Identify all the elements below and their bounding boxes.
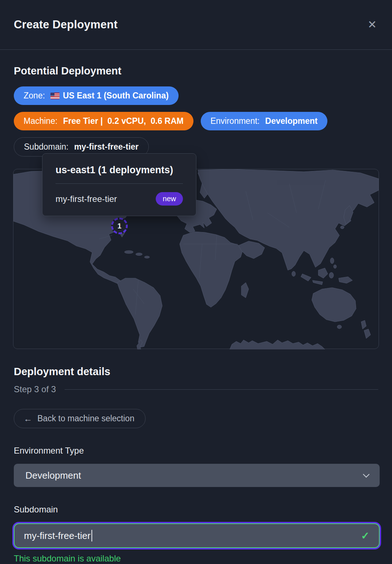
environment-pill-value: Development [265, 116, 318, 126]
step-indicator: Step 3 of 3 [14, 384, 378, 394]
environment-type-label: Environment Type [14, 446, 378, 456]
world-map: 1 us-east1 (1 deployments) my-first-free… [13, 169, 379, 349]
subdomain-input[interactable]: my-first-free-tier ✓ [14, 523, 380, 548]
potential-deployment-heading: Potential Deployment [14, 65, 378, 77]
close-button[interactable]: ✕ [366, 18, 378, 32]
machine-pill-value: Free Tier | 0.2 vCPU, 0.6 RAM [63, 116, 184, 126]
text-cursor [91, 530, 92, 541]
back-arrow-icon: ← [24, 414, 32, 423]
tooltip-divider [56, 183, 183, 184]
machine-pill-label: Machine: [24, 116, 60, 126]
zone-pill: Zone: US East 1 (South Carolina) [14, 86, 179, 105]
back-to-machine-selection-button[interactable]: ← Back to machine selection [14, 409, 146, 428]
environment-type-select[interactable]: Development [14, 464, 380, 487]
check-icon: ✓ [361, 530, 369, 542]
tooltip-deployment-row: my-first-free-tier new [56, 192, 183, 206]
map-marker-us-east1[interactable]: 1 [111, 218, 128, 234]
subdomain-input-value: my-first-free-tier [24, 530, 90, 541]
new-badge: new [156, 192, 183, 206]
step-divider-line [65, 389, 378, 390]
subdomain-pill-label: Subdomain: [24, 142, 71, 152]
subdomain-pill-value: my-first-free-tier [74, 142, 139, 152]
environment-pill: Environment: Development [201, 112, 327, 130]
deployment-summary-pills: Zone: US East 1 (South Carolina) Machine… [14, 86, 378, 157]
create-deployment-modal: Create Deployment ✕ Potential Deployment… [0, 0, 392, 564]
step-label: Step 3 of 3 [14, 384, 56, 394]
map-marker-count: 1 [117, 222, 121, 230]
environment-pill-label: Environment: [211, 116, 262, 126]
chevron-down-icon [363, 471, 369, 478]
availability-message: This subdomain is available [14, 553, 378, 564]
close-icon: ✕ [368, 19, 377, 31]
tooltip-deployment-name: my-first-free-tier [56, 194, 117, 204]
zone-pill-value: US East 1 (South Carolina) [63, 91, 168, 101]
back-button-label: Back to machine selection [37, 414, 134, 423]
zone-pill-label: Zone: [24, 91, 47, 101]
us-flag-icon [50, 93, 60, 99]
machine-pill: Machine: Free Tier | 0.2 vCPU, 0.6 RAM [14, 112, 193, 130]
zone-tooltip-title: us-east1 (1 deployments) [56, 165, 183, 176]
page-title: Create Deployment [14, 18, 118, 31]
subdomain-label: Subdomain [14, 504, 378, 515]
environment-type-selected-value: Development [25, 470, 81, 481]
modal-header: Create Deployment ✕ [0, 0, 392, 50]
deployment-details-heading: Deployment details [14, 366, 378, 378]
zone-tooltip: us-east1 (1 deployments) my-first-free-t… [42, 153, 196, 216]
